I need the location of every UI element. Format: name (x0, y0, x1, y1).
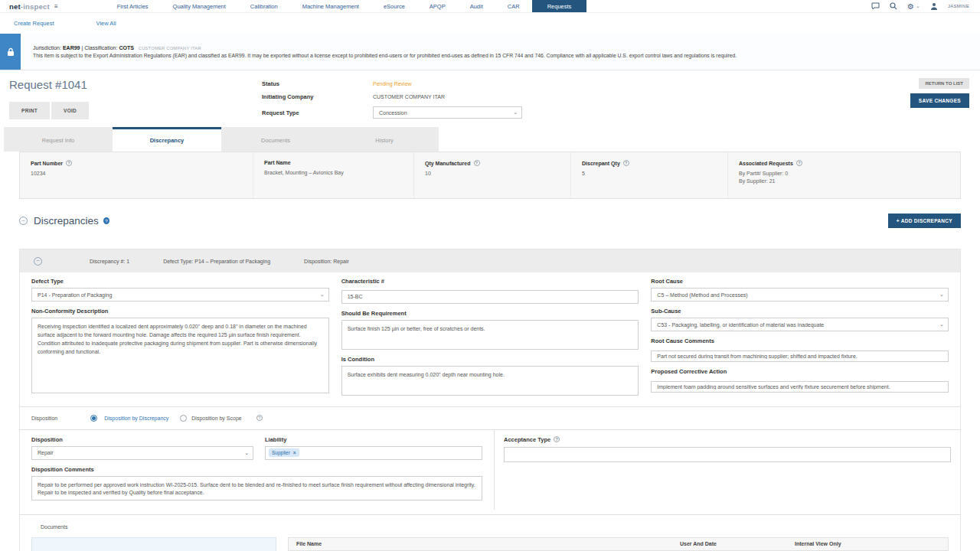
tab-history[interactable]: History (330, 127, 439, 152)
root-cause-comments-input[interactable] (651, 350, 949, 362)
jurisdiction-line: Jurisdiction: EAR99 | Classification: CO… (33, 45, 737, 51)
export-regulation-text: This item is subject to the Export Admin… (33, 53, 737, 58)
view-all-link[interactable]: View All (96, 20, 116, 27)
request-type-label: Request Type (262, 109, 373, 116)
nav-item-calibration[interactable]: Calibration (238, 0, 290, 12)
discrepancies-title: Discrepancies (34, 215, 99, 227)
initiating-company-value: CUSTOMER COMPANY ITAR (373, 94, 522, 99)
discrepancy-card-header: − Discrepancy #: 1 Defect Type: P14 – Pr… (20, 249, 960, 272)
tab-request-info[interactable]: Request Info (4, 127, 113, 152)
info-icon[interactable]: ? (623, 160, 629, 166)
part-name-label: Part Name (264, 160, 291, 165)
save-changes-button[interactable]: SAVE CHANGES (910, 93, 969, 108)
logo-text-rest: -inspect (21, 2, 50, 11)
disposition-by-scope-radio[interactable] (180, 415, 187, 422)
corrective-action-input[interactable] (651, 381, 949, 393)
part-name-value: Bracket, Mounting – Avionics Bay (264, 170, 403, 175)
disposition-comments-textarea[interactable]: Repair to be performed per approved work… (31, 476, 482, 500)
discrepancy-card: − Discrepancy #: 1 Defect Type: P14 – Pr… (19, 249, 961, 551)
nav-item-car[interactable]: CAR (495, 0, 532, 12)
info-icon[interactable]: ? (796, 160, 802, 166)
tab-documents[interactable]: Documents (221, 127, 330, 152)
part-number-label: Part Number (31, 161, 63, 166)
corrective-action-label: Proposed Corrective Action (651, 368, 949, 375)
print-button[interactable]: PRINT (9, 102, 50, 119)
remove-chip-icon[interactable]: × (293, 450, 296, 455)
gear-icon[interactable]: ⚙ (907, 2, 914, 11)
info-icon[interactable]: ? (256, 415, 263, 421)
request-header: Request #1041 PRINT VOID Status Pending … (0, 70, 980, 119)
nav-item-first-articles[interactable]: First Articles (105, 0, 161, 12)
nav-item-esource[interactable]: eSource (371, 0, 417, 12)
collapse-discrepancy-icon[interactable]: − (34, 257, 42, 266)
username-label[interactable]: JASMINE (948, 4, 969, 8)
status-label: Status (262, 80, 373, 87)
discrepant-qty-value: 5 (582, 171, 717, 176)
main-content: Request #1041 PRINT VOID Status Pending … (0, 70, 980, 551)
info-icon[interactable]: ? (554, 436, 560, 442)
is-condition-label: Is Condition (341, 356, 639, 363)
liability-field[interactable]: Supplier × (265, 446, 482, 460)
chevron-down-icon: ⌄ (320, 292, 325, 298)
disposition-select[interactable]: Repair ⌄ (31, 446, 253, 460)
app-logo[interactable]: net-inspect ≡ (0, 0, 63, 12)
chevron-down-icon: ⌄ (939, 292, 944, 298)
nav-utilities: ⚙ ⌄ JASMINE (871, 0, 980, 12)
create-request-link[interactable]: Create Request (14, 20, 54, 27)
void-button[interactable]: VOID (51, 102, 89, 119)
defect-type-select[interactable]: P14 - Preparation of Packaging ⌄ (31, 288, 329, 302)
file-upload-dropzone[interactable]: SELECT FILES (31, 537, 276, 551)
top-navigation: net-inspect ≡ First Articles Quality Man… (0, 0, 980, 13)
non-conformity-textarea[interactable]: Receiving inspection identified a locali… (31, 318, 329, 393)
info-icon[interactable]: ? (474, 160, 480, 166)
liability-chip-text: Supplier (272, 450, 290, 455)
chevron-down-icon: ⌄ (939, 321, 944, 328)
jurisdiction-label: Jurisdiction: (33, 45, 61, 51)
lock-banner-square (0, 34, 21, 70)
gear-chevron-down-icon[interactable]: ⌄ (916, 3, 920, 9)
root-cause-select[interactable]: C5 – Method (Method and Processes) ⌄ (651, 288, 949, 302)
classification-value: COTS (119, 45, 133, 51)
documents-table-header: File Name User And Date Internal View On… (289, 538, 948, 551)
nav-item-machine-management[interactable]: Machine Management (290, 0, 371, 12)
info-icon[interactable]: ? (66, 160, 72, 166)
logo-text-bold: net (9, 2, 21, 11)
discrepancies-section-header: − Discrepancies ? + ADD DISCREPANCY (19, 214, 961, 228)
characteristic-input[interactable] (341, 290, 639, 304)
nav-item-audit[interactable]: Audit (458, 0, 495, 12)
apps-menu-icon[interactable]: ≡ (54, 3, 58, 10)
acceptance-type-input[interactable] (504, 447, 951, 462)
page-title: Request #1041 (9, 78, 262, 91)
disposition-by-discrepancy-radio[interactable] (90, 415, 97, 422)
help-icon[interactable]: ? (103, 217, 109, 224)
discrepancy-number: Discrepancy #: 1 (90, 259, 129, 264)
documents-table: File Name User And Date Internal View On… (288, 537, 949, 551)
collapse-section-icon[interactable]: − (19, 217, 28, 225)
add-discrepancy-button[interactable]: + ADD DISCREPANCY (888, 214, 961, 228)
non-conformity-label: Non-Conformity Description (31, 308, 329, 315)
is-condition-textarea[interactable]: Surface exhibits dent measuring 0.020" d… (341, 366, 639, 396)
disposition-by-discrepancy-label[interactable]: Disposition by Discrepancy (104, 416, 168, 421)
request-type-select[interactable]: Concession ⌄ (373, 106, 522, 119)
tab-discrepancy[interactable]: Discrepancy (113, 127, 221, 152)
return-to-list-button[interactable]: RETURN TO LIST (919, 78, 969, 89)
sub-cause-select[interactable]: C53 - Packaging, labelling, or identific… (651, 318, 949, 331)
nav-item-requests[interactable]: Requests (532, 0, 587, 12)
export-control-banner: Jurisdiction: EAR99 | Classification: CO… (0, 34, 980, 70)
liability-label: Liability (265, 436, 482, 443)
sub-navigation: Create Request View All (0, 13, 980, 34)
sub-cause-label: Sub-Cause (651, 308, 949, 315)
nav-item-quality-management[interactable]: Quality Management (161, 0, 238, 12)
user-date-column-header: User And Date (674, 541, 789, 546)
documents-section: Documents SELECT FILES File Name User An… (20, 514, 960, 551)
chat-icon[interactable] (871, 2, 880, 10)
disposition-by-scope-label[interactable]: Disposition by Scope (191, 416, 241, 421)
search-icon[interactable] (890, 2, 897, 10)
associated-by-part-supplier: By Part#/ Supplier: 0 (739, 171, 949, 176)
user-icon[interactable] (930, 2, 938, 10)
associated-requests-label: Associated Requests (739, 161, 793, 166)
root-cause-label: Root Cause (651, 278, 949, 285)
qty-manufactured-label: Qty Manufactured (425, 161, 471, 166)
should-be-textarea[interactable]: Surface finish 125 µin or better, free o… (341, 320, 639, 350)
nav-item-apqp[interactable]: APQP (417, 0, 458, 12)
